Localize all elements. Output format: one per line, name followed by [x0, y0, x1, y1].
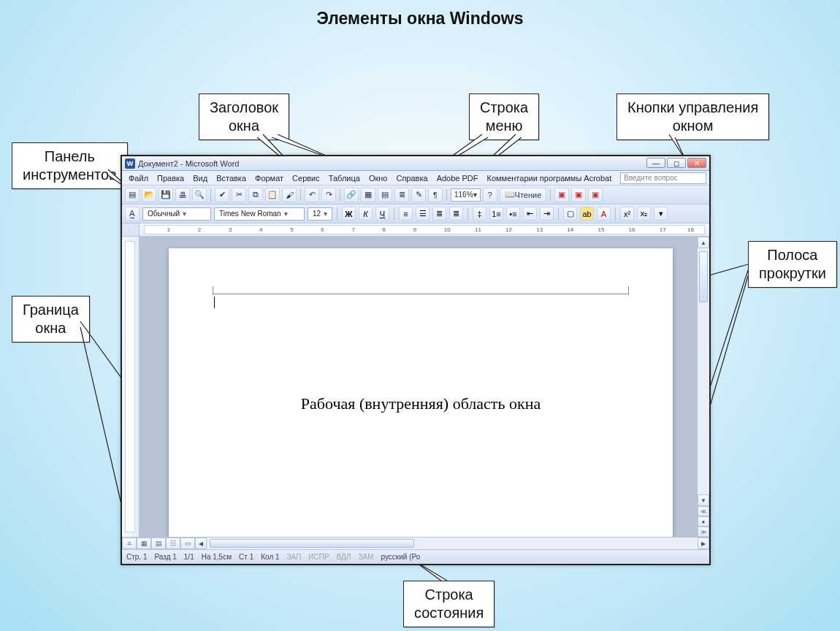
horizontal-ruler[interactable]: 1 2 3 4 5 6 7 8 9 10 11 12 13 14 15 16 1…: [122, 223, 709, 237]
menu-edit[interactable]: Правка: [153, 172, 188, 184]
next-page-icon[interactable]: ≫: [698, 527, 709, 537]
spell-icon[interactable]: ✔: [215, 188, 229, 202]
align-center-icon[interactable]: ☰: [416, 207, 429, 221]
close-button[interactable]: ✕: [687, 158, 706, 168]
horizontal-scrollbar[interactable]: ◀ ▶: [195, 538, 709, 549]
excel-icon[interactable]: ▤: [378, 188, 392, 202]
status-ext: ВДЛ: [337, 553, 351, 561]
link-icon[interactable]: 🔗: [344, 188, 359, 202]
undo-icon[interactable]: ↶: [305, 188, 319, 202]
numbering-icon[interactable]: 1≡: [489, 207, 503, 221]
normal-view-icon[interactable]: ≡: [122, 538, 137, 549]
borders-icon[interactable]: ▢: [563, 207, 577, 221]
superscript-icon[interactable]: x²: [620, 207, 634, 221]
save-icon[interactable]: 💾: [159, 188, 173, 202]
margin-guide-right: [628, 286, 629, 295]
minimize-button[interactable]: —: [646, 158, 665, 168]
menu-file[interactable]: Файл: [125, 172, 152, 184]
misc-icon[interactable]: ▾: [654, 207, 668, 221]
open-icon[interactable]: 📂: [142, 188, 156, 202]
ask-question-input[interactable]: Введите вопрос: [620, 172, 706, 184]
scroll-track[interactable]: [698, 248, 709, 494]
redo-icon[interactable]: ↷: [321, 188, 336, 202]
menu-tools[interactable]: Сервис: [289, 172, 324, 184]
hscroll-track[interactable]: [207, 538, 698, 549]
outdent-icon[interactable]: ⇤: [523, 207, 537, 221]
separator: [550, 188, 551, 202]
indent-icon[interactable]: ⇥: [540, 207, 554, 221]
reading-layout-button[interactable]: 📖 Чтение: [500, 188, 547, 202]
style-handle-icon[interactable]: A̲: [125, 207, 140, 221]
menu-acrobat-comments[interactable]: Комментарии программы Acrobat: [484, 172, 616, 184]
scroll-right-icon[interactable]: ▶: [698, 538, 709, 549]
status-ovr: ЗАМ: [358, 553, 373, 561]
docmap-icon[interactable]: ¶: [428, 188, 443, 202]
size-combo[interactable]: 12: [308, 207, 332, 221]
menu-table[interactable]: Таблица: [325, 172, 364, 184]
web-view-icon[interactable]: ▦: [137, 538, 151, 549]
align-left-icon[interactable]: ≡: [399, 207, 413, 221]
bullets-icon[interactable]: •≡: [506, 207, 520, 221]
new-doc-icon[interactable]: ▤: [125, 188, 140, 202]
line-spacing-icon[interactable]: ‡: [473, 207, 486, 221]
paste-icon[interactable]: 📋: [265, 188, 280, 202]
menu-window[interactable]: Окно: [365, 172, 392, 184]
print-view-icon[interactable]: ▤: [151, 538, 166, 549]
format-painter-icon[interactable]: 🖌: [282, 188, 297, 202]
status-pages: 1/1: [184, 553, 194, 561]
reading-view-icon[interactable]: ▭: [180, 538, 195, 549]
hscroll-thumb[interactable]: [210, 539, 414, 548]
prev-page-icon[interactable]: ≪: [698, 506, 709, 516]
menu-view[interactable]: Вид: [189, 172, 211, 184]
vertical-ruler[interactable]: [122, 237, 140, 537]
help-icon[interactable]: ?: [483, 188, 497, 202]
font-color-icon[interactable]: A: [597, 207, 611, 221]
preview-icon[interactable]: 🔍: [192, 188, 207, 202]
callout-border: Границаокна: [12, 296, 90, 343]
status-trk: ИСПР: [308, 553, 329, 561]
formatting-toolbar: A̲ Обычный Times New Roman 12 Ж К Ч ≡ ☰ …: [122, 204, 709, 223]
subscript-icon[interactable]: x₂: [637, 207, 651, 221]
vertical-scrollbar[interactable]: ▲ ▼ ≪ ● ≫: [697, 237, 709, 537]
underline-button[interactable]: Ч: [375, 207, 389, 221]
justify-icon[interactable]: ≣: [449, 207, 463, 221]
drawing-icon[interactable]: ✎: [411, 188, 426, 202]
align-right-icon[interactable]: ≣: [432, 207, 446, 221]
menu-help[interactable]: Справка: [392, 172, 431, 184]
italic-button[interactable]: К: [359, 207, 373, 221]
document-page[interactable]: Рабочая (внутренняя) область окна: [169, 248, 673, 537]
status-page: Стр. 1: [126, 553, 147, 561]
window-titlebar[interactable]: W Документ2 - Microsoft Word — ◻ ✕: [122, 156, 709, 171]
highlight-icon[interactable]: ab: [580, 207, 594, 221]
pdf-icon[interactable]: ▣: [554, 188, 569, 202]
browse-buttons: ≪ ● ≫: [698, 506, 709, 537]
scroll-down-icon[interactable]: ▼: [698, 494, 709, 506]
zoom-combo[interactable]: 116% ▾: [451, 188, 481, 202]
separator: [446, 188, 447, 202]
menu-format[interactable]: Формат: [251, 172, 287, 184]
bold-button[interactable]: Ж: [342, 207, 356, 221]
menu-adobe-pdf[interactable]: Adobe PDF: [433, 172, 482, 184]
scroll-left-icon[interactable]: ◀: [195, 538, 207, 549]
table-icon[interactable]: ▦: [361, 188, 375, 202]
margin-guide: [213, 294, 629, 294]
word-window: W Документ2 - Microsoft Word — ◻ ✕ Файл …: [121, 155, 711, 565]
columns-icon[interactable]: ≣: [394, 188, 409, 202]
maximize-button[interactable]: ◻: [667, 158, 686, 168]
pdf-icon-2[interactable]: ▣: [571, 188, 586, 202]
scroll-thumb[interactable]: [699, 251, 708, 302]
separator: [300, 188, 301, 202]
pdf-icon-3[interactable]: ▣: [588, 188, 603, 202]
print-icon[interactable]: 🖶: [175, 188, 190, 202]
status-line: Ст 1: [239, 553, 253, 561]
copy-icon[interactable]: ⧉: [248, 188, 263, 202]
page-viewport[interactable]: Рабочая (внутренняя) область окна: [140, 237, 697, 537]
menu-insert[interactable]: Вставка: [213, 172, 250, 184]
outline-view-icon[interactable]: ☷: [166, 538, 180, 549]
style-combo[interactable]: Обычный: [142, 207, 211, 221]
font-combo[interactable]: Times New Roman: [214, 207, 305, 221]
cut-icon[interactable]: ✂: [232, 188, 246, 202]
separator: [337, 207, 337, 221]
scroll-up-icon[interactable]: ▲: [698, 237, 709, 248]
browse-object-icon[interactable]: ●: [698, 516, 709, 527]
